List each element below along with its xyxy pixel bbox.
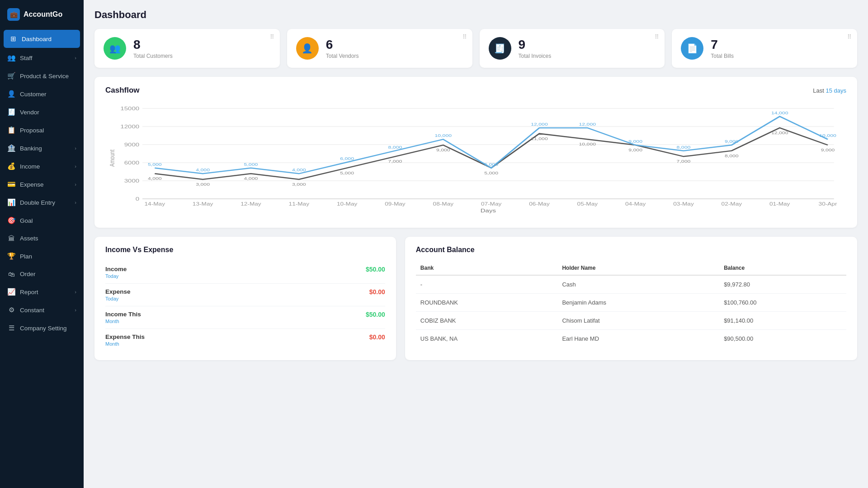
app-logo: 💼 AccountGo bbox=[0, 0, 84, 29]
sidebar-label-constant: Constant bbox=[20, 307, 44, 314]
x-label-0: 14-May bbox=[145, 202, 165, 207]
ab-balance: $90,500.00 bbox=[719, 330, 846, 348]
sidebar-icon-company-setting: ☰ bbox=[7, 324, 15, 332]
stat-card-customers: ⠿ 👥 8 Total Customers bbox=[94, 29, 280, 68]
sidebar-icon-expense: 💳 bbox=[7, 180, 15, 188]
sidebar-icon-product-service: 🛒 bbox=[7, 72, 15, 80]
stat-label-bills: Total Bills bbox=[711, 53, 734, 59]
sidebar-item-expense[interactable]: 💳 Expense › bbox=[0, 175, 84, 193]
ie-value: $0.00 bbox=[369, 333, 385, 341]
chevron-icon: › bbox=[75, 289, 76, 295]
x-label-5: 09-May bbox=[385, 202, 406, 207]
x-label-3: 11-May bbox=[289, 202, 310, 207]
sidebar-item-assets[interactable]: 🏛 Assets bbox=[0, 230, 84, 247]
stat-label-invoices: Total Invoices bbox=[519, 53, 552, 59]
expense-label-12: 8,000 bbox=[725, 153, 739, 158]
sidebar-item-income[interactable]: 💰 Income › bbox=[0, 157, 84, 175]
x-label-10: 04-May bbox=[625, 202, 646, 207]
sidebar-item-plan[interactable]: 🏆 Plan bbox=[0, 247, 84, 265]
sidebar-item-vendor[interactable]: 🧾 Vendor bbox=[0, 103, 84, 121]
svg-text:3000: 3000 bbox=[124, 178, 139, 184]
expense-label-10: 9,000 bbox=[628, 148, 642, 152]
sidebar-item-staff[interactable]: 👥 Staff › bbox=[0, 49, 84, 67]
stat-icon-invoices: 🧾 bbox=[489, 37, 511, 60]
sidebar-item-constant[interactable]: ⚙ Constant › bbox=[0, 301, 84, 319]
stat-icon-vendors: 👤 bbox=[296, 37, 319, 60]
sidebar-label-vendor: Vendor bbox=[20, 109, 39, 116]
expense-label-14: 9,000 bbox=[821, 148, 835, 152]
ie-row-0: Income Today $50.00 bbox=[105, 261, 385, 284]
sidebar-item-banking[interactable]: 🏦 Banking › bbox=[0, 139, 84, 157]
cashflow-title: Cashflow bbox=[105, 86, 140, 95]
sidebar-item-goal[interactable]: 🎯 Goal bbox=[0, 211, 84, 230]
drag-handle: ⠿ bbox=[462, 33, 467, 40]
income-label-1: 4,000 bbox=[196, 168, 210, 172]
ie-sublabel: Month bbox=[105, 319, 141, 324]
sidebar-label-customer: Customer bbox=[20, 91, 47, 98]
chevron-icon: › bbox=[75, 55, 76, 61]
income-label-4: 6,000 bbox=[340, 156, 354, 161]
ab-row-2: COBIZ BANK Chisom Latifat $91,140.00 bbox=[416, 312, 846, 330]
income-label-7: 5,000 bbox=[484, 162, 498, 166]
sidebar-item-product-service[interactable]: 🛒 Product & Service bbox=[0, 67, 84, 85]
expense-label-5: 7,000 bbox=[388, 159, 402, 164]
ie-row-1: Expense Today $0.00 bbox=[105, 284, 385, 306]
expense-label-8: 11,000 bbox=[531, 136, 548, 141]
ab-bank: ROUNDBANK bbox=[416, 294, 558, 312]
expense-label-9: 10,000 bbox=[579, 142, 596, 146]
sidebar-icon-vendor: 🧾 bbox=[7, 108, 15, 116]
stat-label-customers: Total Customers bbox=[133, 53, 173, 59]
account-balance-table: BankHolder NameBalance - Cash $9,972.80 … bbox=[416, 261, 846, 347]
x-label-8: 06-May bbox=[529, 202, 550, 207]
sidebar-item-double-entry[interactable]: 📊 Double Entry › bbox=[0, 193, 84, 211]
sidebar-icon-customer: 👤 bbox=[7, 90, 15, 98]
sidebar-label-staff: Staff bbox=[20, 55, 33, 61]
expense-label-2: 4,000 bbox=[244, 176, 258, 181]
ie-label: Expense This bbox=[105, 333, 145, 340]
sidebar-label-proposal: Proposal bbox=[20, 127, 44, 134]
income-label-8: 12,000 bbox=[531, 122, 548, 127]
x-label-9: 05-May bbox=[577, 202, 598, 207]
ab-bank: - bbox=[416, 275, 558, 294]
expense-label-0: 4,000 bbox=[148, 176, 162, 181]
income-label-0: 5,000 bbox=[148, 162, 162, 166]
ie-value: $50.00 bbox=[366, 266, 385, 273]
sidebar-icon-income: 💰 bbox=[7, 162, 15, 170]
x-label-7: 07-May bbox=[481, 202, 502, 207]
drag-handle: ⠿ bbox=[270, 33, 274, 40]
svg-text:Days: Days bbox=[481, 208, 496, 214]
ie-value: $50.00 bbox=[366, 311, 385, 318]
sidebar-item-dashboard[interactable]: ⊞ Dashboard bbox=[4, 30, 80, 48]
svg-text:Amount: Amount bbox=[108, 150, 116, 167]
ab-column-balance: Balance bbox=[719, 261, 846, 275]
sidebar-label-product-service: Product & Service bbox=[20, 73, 69, 80]
ab-row-1: ROUNDBANK Benjamin Adams $100,760.00 bbox=[416, 294, 846, 312]
ab-column-bank: Bank bbox=[416, 261, 558, 275]
sidebar-icon-dashboard: ⊞ bbox=[9, 35, 17, 43]
ie-label: Income bbox=[105, 266, 127, 272]
drag-handle: ⠿ bbox=[847, 33, 852, 40]
income-label-5: 8,000 bbox=[388, 145, 402, 149]
expense-label-6: 9,000 bbox=[436, 148, 450, 152]
sidebar-label-order: Order bbox=[20, 271, 36, 277]
ab-row-0: - Cash $9,972.80 bbox=[416, 275, 846, 294]
chevron-icon: › bbox=[75, 200, 76, 205]
sidebar-icon-staff: 👥 bbox=[7, 54, 15, 62]
x-label-4: 10-May bbox=[337, 202, 358, 207]
sidebar-label-income: Income bbox=[20, 163, 40, 170]
sidebar-item-customer[interactable]: 👤 Customer bbox=[0, 85, 84, 103]
sidebar-icon-assets: 🏛 bbox=[7, 235, 15, 242]
x-label-14: 30-Apr bbox=[819, 202, 837, 207]
income-label-12: 9,000 bbox=[725, 139, 739, 144]
sidebar-icon-proposal: 📋 bbox=[7, 126, 15, 134]
sidebar-item-company-setting[interactable]: ☰ Company Setting bbox=[0, 319, 84, 337]
stat-card-vendors: ⠿ 👤 6 Total Vendors bbox=[287, 29, 472, 68]
sidebar-label-report: Report bbox=[20, 289, 38, 296]
logo-icon: 💼 bbox=[7, 8, 20, 21]
stat-icon-customers: 👥 bbox=[104, 37, 126, 60]
x-label-1: 13-May bbox=[193, 202, 213, 207]
sidebar-item-proposal[interactable]: 📋 Proposal bbox=[0, 121, 84, 139]
sidebar-item-order[interactable]: 🛍 Order bbox=[0, 265, 84, 283]
sidebar-icon-constant: ⚙ bbox=[7, 306, 15, 314]
sidebar-item-report[interactable]: 📈 Report › bbox=[0, 283, 84, 301]
